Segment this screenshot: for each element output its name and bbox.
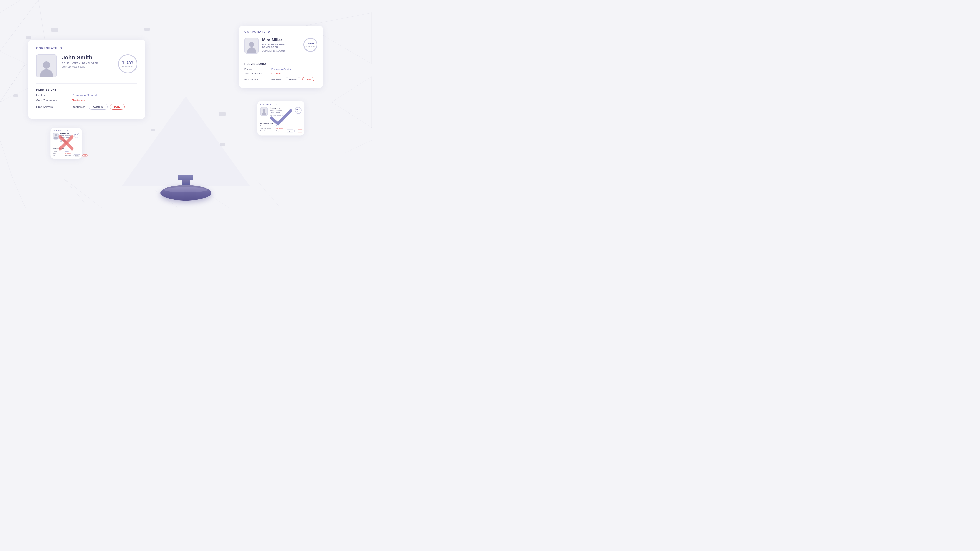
timer-denied: 1 DAY REM: [74, 133, 80, 138]
card-denied-title: CORPORATE ID: [53, 130, 80, 131]
person-role-denied: ROLE: INTERN, DEVELOPER: [60, 135, 73, 138]
timer-number-denied: 1 DAY: [75, 134, 79, 135]
avatar-head-denied: [55, 134, 57, 136]
timer-john: 1 DAY REMAINING: [118, 54, 137, 73]
perm-row-john-1: Auth Connectors: No Access: [36, 99, 137, 102]
perm-label-mira-2: Prod Servers:: [245, 78, 271, 81]
perm-label-henry-1: Auth Connectors:: [260, 127, 276, 129]
person-role-mira: ROLE: DESIGNER, DEVELOPER: [262, 43, 300, 48]
svg-line-7: [0, 64, 25, 102]
card-denied-body: Sam Brown ROLE: INTERN, DEVELOPER JOINED…: [53, 133, 80, 142]
perm-row-denied-2: Prod: Requested Approve Deny: [53, 154, 80, 157]
perm-label-denied-2: Prod:: [53, 155, 65, 156]
timer-label-henry: REM: [297, 111, 300, 112]
timer-label-john: REMAINING: [122, 65, 134, 67]
permissions-john: PERMISSIONS: Feature: Permission Granted…: [36, 83, 137, 110]
person-name-henry: Henry Lee: [270, 107, 293, 110]
avatar-head-henry: [262, 109, 266, 112]
card-henry-lee: CORPORATE ID Henry Lee ROLE: INTERN, DEV…: [257, 101, 304, 136]
svg-line-11: [306, 13, 372, 25]
btn-group-john: Approve Deny: [89, 104, 124, 110]
svg-line-17: [345, 140, 372, 153]
avatar-mira: [245, 38, 259, 54]
perm-label-john-2: Prod Servers:: [36, 105, 72, 108]
card-john-smith: CORPORATE ID John Smith ROLE: INTERN, DE…: [28, 40, 145, 119]
approve-button-henry[interactable]: Approve: [286, 130, 294, 132]
btn-group-henry: Approve Deny: [286, 130, 304, 132]
perm-label-denied-0: Feature:: [53, 151, 65, 152]
avatar-body-denied: [54, 137, 58, 139]
perm-value-denied-1: No Access: [65, 152, 70, 154]
perm-row-henry-0: Feature: Granted: [260, 125, 301, 127]
card-mira-title: CORPORATE ID: [245, 30, 318, 33]
projector-disk: [160, 185, 211, 200]
person-role-john: ROLE: INTERN, DEVELOPER: [62, 62, 113, 65]
float-rect-1: [51, 27, 58, 32]
timer-henry: 1 DAY REM: [295, 107, 302, 114]
card-john-body: John Smith ROLE: INTERN, DEVELOPER JOINE…: [36, 54, 137, 77]
permissions-denied: PERMISSIONS: Feature: Granted Auth: No A…: [53, 144, 80, 156]
timer-number-john: 1 DAY: [122, 61, 134, 65]
person-joined-john: JOINED: 01/23/2020: [62, 65, 113, 68]
perm-value-denied-0: Granted: [65, 151, 69, 152]
card-mira-body: Mira Miller ROLE: DESIGNER, DEVELOPER JO…: [245, 38, 318, 54]
perm-value-denied-2: Requested: [65, 155, 71, 156]
perm-row-denied-1: Auth: No Access: [53, 152, 80, 154]
deny-button-henry[interactable]: Deny: [297, 130, 304, 132]
card-mira-miller: CORPORATE ID Mira Miller ROLE: DESIGNER,…: [239, 25, 323, 88]
svg-line-19: [64, 179, 102, 208]
svg-line-23: [255, 179, 281, 208]
svg-line-6: [13, 179, 25, 208]
approve-button-john[interactable]: Approve: [89, 104, 108, 110]
approve-button-denied[interactable]: Approve: [74, 154, 81, 157]
deny-button-denied[interactable]: Deny: [83, 154, 88, 157]
perm-row-john-0: Feature: Permission Granted: [36, 94, 137, 97]
float-rect-4: [13, 94, 18, 97]
projector-base: [160, 175, 211, 200]
avatar-person-mira: [245, 38, 258, 53]
timer-label-mira: REMAINING: [304, 45, 317, 47]
perm-row-john-2: Prod Servers: Requested Approve Deny: [36, 104, 137, 110]
approve-button-mira[interactable]: Approve: [286, 77, 301, 81]
person-joined-henry: JOINED: 03/10/2020: [270, 114, 293, 116]
svg-line-16: [332, 102, 372, 127]
svg-line-9: [0, 0, 21, 13]
perm-value-mira-1: No Access: [271, 73, 282, 75]
svg-line-14: [332, 76, 372, 102]
perm-row-henry-2: Prod Servers: Requested Approve Deny: [260, 130, 301, 132]
avatar-henry: [260, 107, 268, 116]
perm-label-john-1: Auth Connectors:: [36, 99, 72, 102]
card-mira-info: Mira Miller ROLE: DESIGNER, DEVELOPER JO…: [262, 38, 300, 52]
person-role-henry: ROLE: INTERN, DEVELOPER: [270, 110, 293, 113]
perm-row-denied-0: Feature: Granted: [53, 151, 80, 152]
deny-button-john[interactable]: Deny: [110, 104, 124, 110]
card-john-title: CORPORATE ID: [36, 47, 137, 50]
avatar-person-john: [37, 55, 56, 77]
perm-value-mira-2: Requested: [271, 78, 283, 81]
perm-value-john-0: Permission Granted: [72, 94, 97, 97]
card-henry-body: Henry Lee ROLE: INTERN, DEVELOPER JOINED…: [260, 107, 301, 116]
avatar-head-mira: [249, 42, 254, 47]
avatar-head-john: [43, 62, 50, 68]
person-name-mira: Mira Miller: [262, 38, 300, 42]
perm-row-henry-1: Auth Connectors: No Access: [260, 127, 301, 129]
perm-row-mira-2: Prod Servers: Requested Approve Deny: [245, 77, 318, 81]
perm-value-henry-1: No Access: [276, 127, 283, 129]
avatar-person-henry: [261, 107, 267, 115]
timer-label-denied: REM: [76, 136, 78, 137]
card-john-info: John Smith ROLE: INTERN, DEVELOPER JOINE…: [62, 54, 113, 68]
svg-line-5: [0, 140, 13, 179]
perm-label-denied-1: Auth:: [53, 152, 65, 154]
card-denied-info: Sam Brown ROLE: INTERN, DEVELOPER JOINED…: [60, 133, 73, 142]
perm-label-john-0: Feature:: [36, 94, 72, 97]
card-denied: CORPORATE ID Sam Brown ROLE: INTERN, DEV…: [50, 128, 82, 159]
permissions-mira: PERMISSIONS: Feature: Permission Granted…: [245, 58, 318, 81]
projector-stem: [182, 180, 189, 185]
perm-label-mira-1: Auth Connectors:: [245, 73, 271, 75]
avatar-person-denied: [53, 133, 59, 139]
perm-value-henry-0: Granted: [276, 125, 281, 127]
person-name-denied: Sam Brown: [60, 133, 73, 135]
deny-button-mira[interactable]: Deny: [302, 77, 314, 81]
perm-row-mira-1: Auth Connectors: No Access: [245, 73, 318, 75]
perm-title-mira: PERMISSIONS:: [245, 62, 318, 65]
